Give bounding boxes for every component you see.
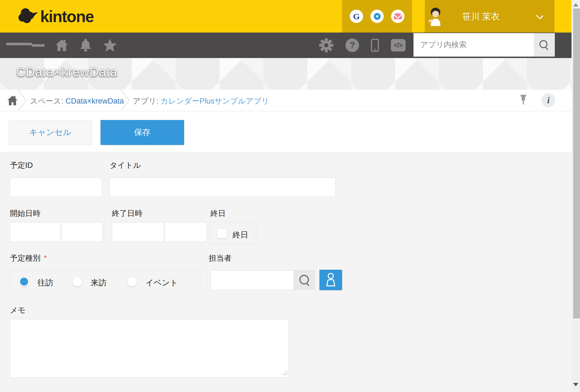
allday-label: 終日 xyxy=(210,208,226,219)
schedule-type-group: 往訪 来訪 イベント xyxy=(10,270,200,293)
end-time-input[interactable] xyxy=(165,222,207,242)
breadcrumb-app-segment: アプリ: カレンダーPlusサンプルアプリ xyxy=(133,96,269,106)
memo-label: メモ xyxy=(10,305,25,315)
mailwise-service-icon[interactable] xyxy=(391,10,404,23)
end-date-input[interactable] xyxy=(112,222,164,242)
settings-gear-icon[interactable] xyxy=(319,38,334,53)
breadcrumb-separator-icon xyxy=(120,90,131,112)
notifications-bell-icon[interactable] xyxy=(79,38,92,52)
assignee-input[interactable] xyxy=(211,270,294,290)
schedule-id-label: 予定ID xyxy=(10,160,33,170)
help-icon[interactable]: ? xyxy=(346,38,359,52)
office-service-icon[interactable] xyxy=(370,10,384,23)
app-search-group xyxy=(413,33,555,57)
end-datetime-label: 終了日時 xyxy=(112,208,142,219)
mail-envelope-glyph xyxy=(394,13,402,19)
pin-icon[interactable] xyxy=(520,95,527,107)
app-link[interactable]: カレンダーPlusサンプルアプリ xyxy=(161,97,269,105)
app-search-button[interactable] xyxy=(534,33,555,57)
person-icon xyxy=(324,272,338,288)
office-ring-glyph xyxy=(374,13,381,20)
schedule-type-option-1-label[interactable]: 来訪 xyxy=(91,277,106,288)
kintone-logo[interactable]: kintone xyxy=(16,0,94,33)
breadcrumb: スペース: CData×krewData アプリ: カレンダーPlusサンプルア… xyxy=(0,90,580,111)
search-icon xyxy=(299,274,310,286)
allday-group: 終日 xyxy=(210,222,256,245)
allday-checkbox[interactable] xyxy=(217,228,227,239)
connected-services-block: G xyxy=(342,0,412,33)
memo-textarea[interactable] xyxy=(10,319,289,378)
top-bar: kintone G 笹川 茉衣 xyxy=(0,0,580,33)
breadcrumb-space-segment: スペース: CData×krewData xyxy=(30,96,124,106)
schedule-type-option-1[interactable] xyxy=(72,277,82,286)
start-date-input[interactable] xyxy=(10,222,61,242)
scroll-up-arrow[interactable] xyxy=(573,3,578,7)
required-mark: * xyxy=(44,254,47,262)
kintone-cloud-icon xyxy=(16,7,39,26)
app-prefix-label: アプリ: xyxy=(133,97,161,105)
breadcrumb-home-icon[interactable] xyxy=(7,95,18,107)
resize-handle-icon[interactable] xyxy=(283,371,287,375)
chevron-down-icon xyxy=(536,12,543,20)
schedule-type-option-2-label[interactable]: イベント xyxy=(146,277,178,288)
search-icon xyxy=(540,40,549,50)
schedule-type-option-2[interactable] xyxy=(127,277,137,286)
start-time-input[interactable] xyxy=(61,222,103,242)
record-edit-form: 予定ID タイトル 開始日時 終了日時 終日 終日 予定種別* 往訪 来訪 イベ… xyxy=(0,152,580,392)
scroll-down-arrow[interactable] xyxy=(573,383,578,386)
global-nav-bar: ? </> xyxy=(0,33,580,58)
assignee-label: 担当者 xyxy=(209,253,232,263)
space-prefix-label: スペース: xyxy=(30,97,65,105)
kintone-brand-text: kintone xyxy=(40,7,94,26)
schedule-type-label: 予定種別* xyxy=(10,253,47,263)
favorites-star-icon[interactable] xyxy=(103,39,117,52)
title-label: タイトル xyxy=(110,160,141,170)
scrollbar-thumb[interactable] xyxy=(573,8,580,318)
user-menu[interactable]: 笹川 茉衣 xyxy=(425,0,555,33)
memo-field xyxy=(10,319,289,378)
kintone-app-window: kintone G 笹川 茉衣 xyxy=(0,0,580,392)
space-title: CData×krewData xyxy=(16,65,118,80)
schedule-id-input[interactable] xyxy=(10,177,102,197)
assignee-search-button[interactable] xyxy=(294,270,315,290)
user-avatar xyxy=(428,6,443,27)
schedule-type-option-0-label[interactable]: 往訪 xyxy=(37,277,53,288)
title-input[interactable] xyxy=(110,177,336,197)
vertical-scrollbar xyxy=(572,0,580,392)
space-link[interactable]: CData×krewData xyxy=(65,97,124,105)
record-action-bar: キャンセル 保存 xyxy=(0,111,580,152)
hamburger-menu-icon[interactable] xyxy=(6,43,44,48)
home-icon[interactable] xyxy=(55,39,68,52)
allday-checkbox-label[interactable]: 終日 xyxy=(233,230,248,240)
schedule-type-option-0[interactable] xyxy=(19,277,29,286)
mobile-view-icon[interactable] xyxy=(371,39,379,52)
developer-code-icon[interactable]: </> xyxy=(391,39,406,52)
save-button[interactable]: 保存 xyxy=(101,120,184,145)
space-cover: CData×krewData xyxy=(0,58,580,90)
garoon-service-icon[interactable]: G xyxy=(350,10,363,23)
breadcrumb-separator-icon xyxy=(18,90,28,112)
cancel-button[interactable]: キャンセル xyxy=(8,120,92,145)
user-name: 笹川 茉衣 xyxy=(462,11,500,23)
assignee-user-picker-button[interactable] xyxy=(319,270,342,290)
info-icon[interactable]: i xyxy=(541,93,555,107)
app-search-input[interactable] xyxy=(413,33,534,57)
start-datetime-label: 開始日時 xyxy=(10,208,40,219)
